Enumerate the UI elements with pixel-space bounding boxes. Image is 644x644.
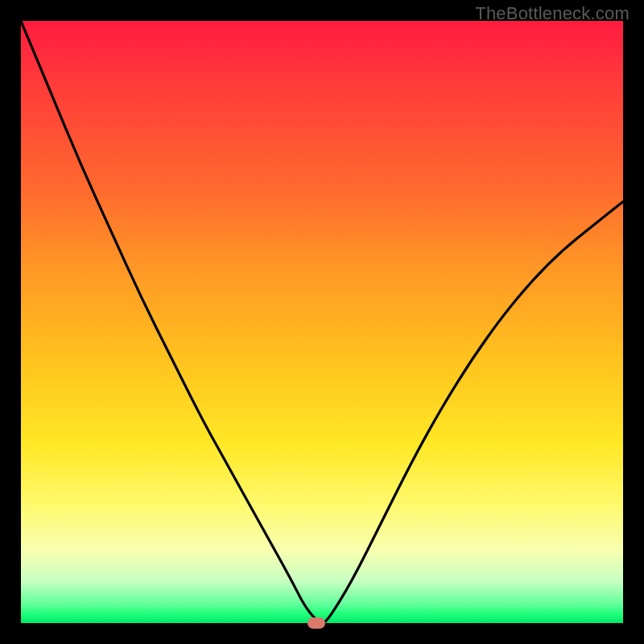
min-marker bbox=[308, 617, 325, 629]
plot-area bbox=[21, 21, 623, 623]
curve-svg bbox=[21, 21, 623, 623]
watermark-text: TheBottleneck.com bbox=[475, 3, 630, 24]
chart-container: TheBottleneck.com bbox=[0, 0, 644, 644]
bottleneck-curve bbox=[21, 21, 623, 622]
